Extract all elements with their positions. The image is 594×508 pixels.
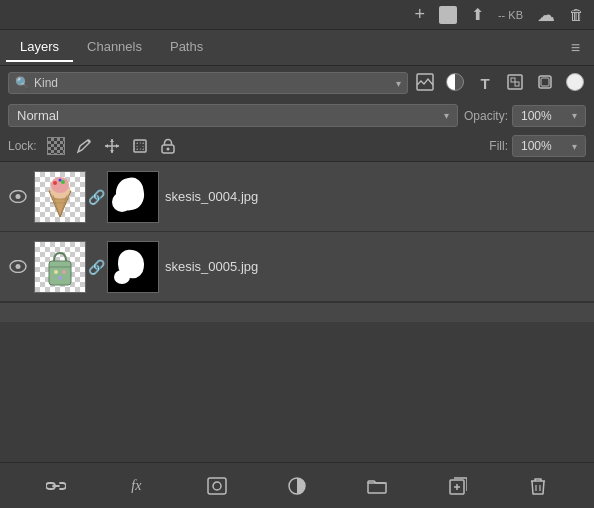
filter-adjustment-icon[interactable] xyxy=(444,73,466,94)
fill-value: 100% xyxy=(521,139,552,153)
svg-point-27 xyxy=(62,270,66,274)
layers-overflow xyxy=(0,302,594,322)
fill-chevron: ▾ xyxy=(572,141,577,152)
blend-mode-select[interactable]: Normal ▾ xyxy=(8,104,458,127)
tab-paths[interactable]: Paths xyxy=(156,33,217,62)
filter-pixel-icon[interactable] xyxy=(414,73,436,94)
svg-point-28 xyxy=(58,276,62,280)
filter-icons: T xyxy=(414,73,586,94)
layer-art-thumbnail xyxy=(34,171,86,223)
cloud-icon[interactable]: ☁ xyxy=(537,4,555,26)
layer-item[interactable]: 🔗 skesis_0005.jpg xyxy=(0,232,594,302)
opacity-value: 100% xyxy=(521,109,552,123)
tab-channels[interactable]: Channels xyxy=(73,33,156,62)
svg-rect-3 xyxy=(515,82,519,86)
lock-label: Lock: xyxy=(8,139,37,153)
lock-position-icon[interactable] xyxy=(101,135,123,157)
lock-all-icon[interactable] xyxy=(157,135,179,157)
blend-row: Normal ▾ Opacity: 100% ▾ xyxy=(0,100,594,131)
svg-point-23 xyxy=(16,264,21,269)
top-bar: + ⬆ -- KB ☁ 🗑 xyxy=(0,0,594,30)
blend-mode-value: Normal xyxy=(17,108,59,123)
filter-smart-icon[interactable] xyxy=(534,73,556,94)
layer-name: skesis_0004.jpg xyxy=(165,189,586,204)
svg-point-26 xyxy=(54,270,58,274)
opacity-label: Opacity: xyxy=(464,109,508,123)
fill-wrap: Fill: 100% ▾ xyxy=(489,135,586,157)
opacity-select[interactable]: 100% ▾ xyxy=(512,105,586,127)
new-layer-button[interactable] xyxy=(444,472,472,500)
lock-transparent-icon[interactable] xyxy=(45,135,67,157)
layer-link-icon: 🔗 xyxy=(88,259,105,275)
filter-row: 🔍 Kind ▾ T xyxy=(0,66,594,100)
filter-type-icon[interactable]: T xyxy=(474,75,496,92)
svg-rect-7 xyxy=(134,140,146,152)
lock-artboard-icon[interactable] xyxy=(129,135,151,157)
layer-thumb-wrap: 🔗 xyxy=(34,241,159,293)
svg-point-9 xyxy=(166,148,169,151)
top-bar-icons: + ⬆ -- KB ☁ 🗑 xyxy=(414,4,584,26)
layer-item[interactable]: 🔗 skesis_0004.jpg xyxy=(0,162,594,232)
tab-layers[interactable]: Layers xyxy=(6,33,73,62)
kind-label: Kind xyxy=(34,76,58,90)
layer-name: skesis_0005.jpg xyxy=(165,259,586,274)
svg-point-11 xyxy=(16,194,21,199)
blend-mode-chevron: ▾ xyxy=(444,110,449,121)
square-icon xyxy=(439,6,457,24)
lock-row: Lock: Fill: 10 xyxy=(0,131,594,162)
trash-icon-top[interactable]: 🗑 xyxy=(569,6,584,23)
link-layers-button[interactable] xyxy=(42,472,70,500)
new-adjustment-button[interactable] xyxy=(283,472,311,500)
opacity-wrap: Opacity: 100% ▾ xyxy=(464,105,586,127)
lock-image-icon[interactable] xyxy=(73,135,95,157)
panel-menu-button[interactable]: ≡ xyxy=(563,35,588,61)
layer-link-icon: 🔗 xyxy=(88,189,105,205)
layers-list: 🔗 skesis_0004.jpg xyxy=(0,162,594,462)
layer-mask-thumbnail xyxy=(107,241,159,293)
svg-rect-5 xyxy=(541,78,549,86)
new-group-button[interactable] xyxy=(363,472,391,500)
layer-visibility-icon[interactable] xyxy=(8,257,28,277)
delete-layer-button[interactable] xyxy=(524,472,552,500)
svg-rect-2 xyxy=(511,78,515,82)
svg-rect-24 xyxy=(49,261,71,285)
layer-thumb-wrap: 🔗 xyxy=(34,171,159,223)
kind-filter-select[interactable]: 🔍 Kind ▾ xyxy=(8,72,408,94)
svg-point-15 xyxy=(53,181,57,185)
layers-panel: Layers Channels Paths ≡ 🔍 Kind ▾ T xyxy=(0,30,594,508)
svg-point-16 xyxy=(61,180,65,184)
plus-icon[interactable]: + xyxy=(414,4,425,25)
kb-label: -- KB xyxy=(498,9,523,21)
lock-icons xyxy=(45,135,179,157)
svg-point-30 xyxy=(213,482,221,490)
tabs-row: Layers Channels Paths ≡ xyxy=(0,30,594,66)
layer-visibility-icon[interactable] xyxy=(8,187,28,207)
filter-toggle-icon[interactable] xyxy=(564,73,586,94)
svg-point-6 xyxy=(87,140,90,143)
layer-mask-thumbnail xyxy=(107,171,159,223)
add-mask-button[interactable] xyxy=(203,472,231,500)
upload-icon[interactable]: ⬆ xyxy=(471,5,484,24)
opacity-chevron: ▾ xyxy=(572,110,577,121)
svg-point-17 xyxy=(59,178,62,181)
kind-chevron: ▾ xyxy=(396,78,401,89)
fill-select[interactable]: 100% ▾ xyxy=(512,135,586,157)
filter-shape-icon[interactable] xyxy=(504,73,526,94)
layer-art-thumbnail xyxy=(34,241,86,293)
bottom-toolbar: fx xyxy=(0,462,594,508)
svg-rect-29 xyxy=(208,478,226,494)
fx-button[interactable]: fx xyxy=(122,472,150,500)
fill-label: Fill: xyxy=(489,139,508,153)
